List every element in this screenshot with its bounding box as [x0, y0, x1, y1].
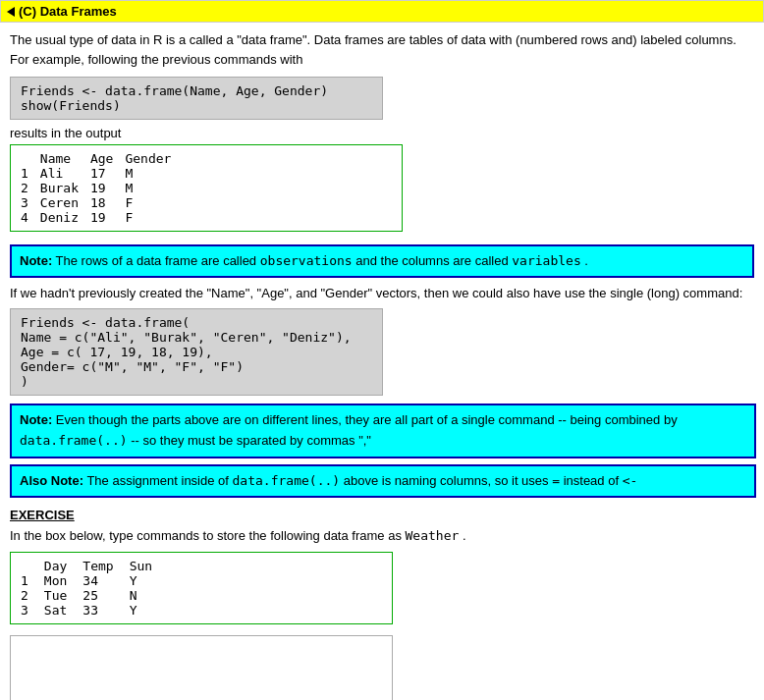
exercise-title: EXERCISE [10, 508, 754, 522]
ex-row-num: 2 [21, 588, 44, 603]
row-age: 18 [90, 195, 125, 210]
note3-text-before: The assignment inside of [86, 473, 229, 488]
exercise-section: EXERCISE In the box below, type commands… [10, 508, 754, 700]
row-name: Ceren [40, 195, 90, 210]
code-line-1: Friends <- data.frame(Name, Age, Gender) [21, 83, 372, 98]
header-gender: Gender [125, 151, 183, 166]
ex-row-day: Mon [44, 573, 82, 588]
exercise-table-header-row: Day Temp Sun [21, 559, 168, 573]
note-box-2: Note: Even though the parts above are on… [10, 404, 756, 458]
row-num: 4 [21, 210, 40, 225]
collapse-icon[interactable] [7, 7, 15, 17]
row-name: Deniz [40, 210, 90, 225]
section-header: (C) Data Frames [0, 0, 764, 23]
note-code-1: observations [260, 253, 353, 268]
row-gender: F [125, 210, 183, 225]
ex-header-day: Day [44, 559, 82, 573]
code2-line-3: Age = c( 17, 19, 18, 19), [21, 345, 372, 359]
ex-row-sun: Y [130, 603, 168, 618]
header-name: Name [40, 151, 90, 166]
note3-text-after: instead of [564, 473, 619, 488]
table-row: 3 Ceren 18 F [21, 195, 183, 210]
row-name: Ali [40, 166, 90, 181]
row-gender: F [125, 195, 183, 210]
exercise-description: In the box below, type commands to store… [10, 526, 754, 546]
row-gender: M [125, 181, 183, 195]
row-name: Burak [40, 181, 90, 195]
code2-line-5: ) [21, 374, 372, 389]
note2-code1: data.frame(..) [20, 433, 128, 448]
row-age: 19 [90, 181, 125, 195]
intro-paragraph: The usual type of data in R is a called … [10, 30, 754, 69]
ex-row-temp: 34 [82, 573, 129, 588]
note-box-1: Note: The rows of a data frame are calle… [10, 244, 754, 278]
ex-row-sun: Y [130, 573, 168, 588]
note-label-2: Note: [20, 412, 52, 427]
row-age: 19 [90, 210, 125, 225]
also-note-label: Also Note: [20, 473, 83, 488]
row-age: 17 [90, 166, 125, 181]
ex-row-sun: N [130, 588, 168, 603]
results-label: results in the output [10, 126, 754, 140]
table-header-row: Name Age Gender [21, 151, 183, 166]
table-row: 4 Deniz 19 F [21, 210, 183, 225]
row-num: 2 [21, 181, 40, 195]
ex-row-temp: 33 [82, 603, 129, 618]
note3-code3: <- [623, 473, 638, 488]
note-text-after: . [584, 253, 588, 268]
code2-line-2: Name = c("Ali", "Burak", "Ceren", "Deniz… [21, 330, 372, 345]
row-gender: M [125, 166, 183, 181]
ex-header-temp: Temp [82, 559, 129, 573]
ex-row-day: Sat [44, 603, 82, 618]
table-row: 1 Mon 34 Y [21, 573, 168, 588]
main-content: The usual type of data in R is a called … [0, 23, 764, 700]
header-empty [21, 151, 40, 166]
code-block-2: Friends <- data.frame( Name = c("Ali", "… [10, 308, 383, 396]
table-row: 3 Sat 33 Y [21, 603, 168, 618]
exercise-table: Day Temp Sun 1 Mon 34 Y 2 Tue 25 N 3 [21, 559, 168, 618]
table-row: 1 Ali 17 M [21, 166, 183, 181]
header-title: (C) Data Frames [19, 4, 117, 19]
note-code-2: variables [512, 253, 580, 268]
normal-text-1: If we hadn't previously created the "Nam… [10, 284, 754, 303]
code-line-2: show(Friends) [21, 98, 372, 113]
code2-line-1: Friends <- data.frame( [21, 315, 372, 330]
note3-code1: data.frame(..) [233, 473, 341, 488]
note-text-before: The rows of a data frame are called [56, 253, 257, 268]
ex-header-empty [21, 559, 44, 573]
row-num: 3 [21, 195, 40, 210]
note-label-1: Note: [20, 253, 52, 268]
also-note-box: Also Note: The assignment inside of data… [10, 464, 756, 499]
table-row: 2 Burak 19 M [21, 181, 183, 195]
friends-table: Name Age Gender 1 Ali 17 M 2 Burak 19 M … [21, 151, 183, 225]
table-row: 2 Tue 25 N [21, 588, 168, 603]
note3-text-middle: above is naming columns, so it uses [344, 473, 549, 488]
note2-text: Even though the parts above are on diffe… [56, 412, 678, 427]
exercise-table-box: Day Temp Sun 1 Mon 34 Y 2 Tue 25 N 3 [10, 552, 393, 624]
code2-line-4: Gender= c("M", "M", "F", "F") [21, 359, 372, 374]
note3-code2: = [552, 473, 560, 488]
answer-textarea[interactable] [10, 635, 393, 700]
note2-text2: -- so they must be sparated by commas ",… [131, 433, 371, 448]
ex-row-day: Tue [44, 588, 82, 603]
exercise-code: Weather [406, 528, 460, 543]
code-block-1: Friends <- data.frame(Name, Age, Gender)… [10, 77, 383, 120]
ex-row-temp: 25 [82, 588, 129, 603]
ex-row-num: 1 [21, 573, 44, 588]
note-text-middle: and the columns are called [355, 253, 508, 268]
ex-header-sun: Sun [130, 559, 168, 573]
row-num: 1 [21, 166, 40, 181]
ex-row-num: 3 [21, 603, 44, 618]
friends-table-box: Name Age Gender 1 Ali 17 M 2 Burak 19 M … [10, 144, 403, 232]
header-age: Age [90, 151, 125, 166]
